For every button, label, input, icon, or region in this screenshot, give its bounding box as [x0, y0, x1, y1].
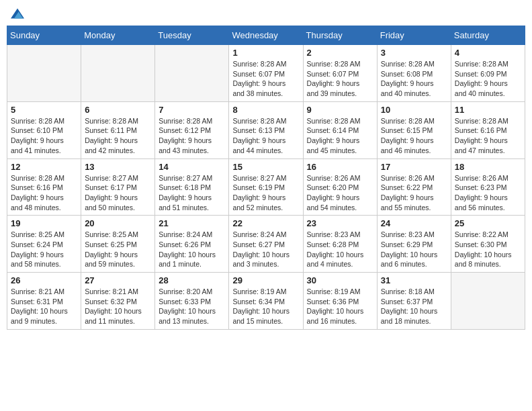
day-number: 11: [455, 105, 521, 115]
day-number: 22: [232, 218, 299, 228]
day-number: 6: [85, 105, 151, 115]
day-number: 26: [11, 275, 77, 285]
day-info: Sunrise: 8:24 AM Sunset: 6:26 PM Dayligh…: [159, 230, 225, 269]
day-number: 16: [307, 162, 373, 172]
calendar-cell: 10Sunrise: 8:28 AM Sunset: 6:15 PM Dayli…: [377, 101, 451, 158]
calendar-cell: 9Sunrise: 8:28 AM Sunset: 6:14 PM Daylig…: [303, 101, 377, 158]
column-header-saturday: Saturday: [451, 26, 525, 45]
day-info: Sunrise: 8:28 AM Sunset: 6:07 PM Dayligh…: [307, 59, 373, 99]
calendar-cell: 23Sunrise: 8:23 AM Sunset: 6:28 PM Dayli…: [303, 216, 377, 273]
day-info: Sunrise: 8:25 AM Sunset: 6:24 PM Dayligh…: [11, 230, 77, 269]
calendar-cell: 31Sunrise: 8:18 AM Sunset: 6:37 PM Dayli…: [377, 273, 451, 330]
column-header-sunday: Sunday: [7, 26, 81, 45]
day-info: Sunrise: 8:27 AM Sunset: 6:17 PM Dayligh…: [85, 173, 151, 213]
day-info: Sunrise: 8:28 AM Sunset: 6:15 PM Dayligh…: [381, 116, 447, 156]
calendar-cell: 14Sunrise: 8:27 AM Sunset: 6:18 PM Dayli…: [155, 158, 229, 216]
calendar-cell: 8Sunrise: 8:28 AM Sunset: 6:13 PM Daylig…: [229, 101, 303, 158]
day-number: 3: [381, 48, 447, 58]
calendar-cell: 15Sunrise: 8:27 AM Sunset: 6:19 PM Dayli…: [229, 158, 303, 216]
day-number: 24: [381, 218, 447, 228]
calendar-cell: 28Sunrise: 8:20 AM Sunset: 6:33 PM Dayli…: [155, 273, 229, 330]
calendar-cell: 4Sunrise: 8:28 AM Sunset: 6:09 PM Daylig…: [451, 45, 525, 102]
calendar-cell: 16Sunrise: 8:26 AM Sunset: 6:20 PM Dayli…: [303, 158, 377, 216]
day-info: Sunrise: 8:28 AM Sunset: 6:11 PM Dayligh…: [85, 116, 151, 156]
day-number: 27: [85, 275, 151, 285]
day-info: Sunrise: 8:19 AM Sunset: 6:34 PM Dayligh…: [232, 287, 299, 326]
day-info: Sunrise: 8:27 AM Sunset: 6:19 PM Dayligh…: [232, 173, 299, 213]
day-info: Sunrise: 8:27 AM Sunset: 6:18 PM Dayligh…: [159, 173, 225, 213]
day-info: Sunrise: 8:21 AM Sunset: 6:32 PM Dayligh…: [85, 287, 151, 326]
day-number: 2: [307, 48, 373, 58]
calendar-week-row: 12Sunrise: 8:28 AM Sunset: 6:16 PM Dayli…: [7, 158, 525, 216]
calendar-table: SundayMondayTuesdayWednesdayThursdayFrid…: [7, 26, 525, 330]
day-number: 19: [11, 218, 77, 228]
day-info: Sunrise: 8:26 AM Sunset: 6:23 PM Dayligh…: [455, 173, 521, 213]
calendar-week-row: 1Sunrise: 8:28 AM Sunset: 6:07 PM Daylig…: [7, 45, 525, 102]
calendar-header-row: SundayMondayTuesdayWednesdayThursdayFrid…: [7, 26, 525, 45]
calendar-cell: 2Sunrise: 8:28 AM Sunset: 6:07 PM Daylig…: [303, 45, 377, 102]
day-info: Sunrise: 8:25 AM Sunset: 6:25 PM Dayligh…: [85, 230, 151, 269]
day-info: Sunrise: 8:28 AM Sunset: 6:08 PM Dayligh…: [381, 59, 447, 99]
calendar-cell: 7Sunrise: 8:28 AM Sunset: 6:12 PM Daylig…: [155, 101, 229, 158]
logo: [9, 7, 24, 20]
day-number: 30: [307, 275, 373, 285]
day-info: Sunrise: 8:28 AM Sunset: 6:12 PM Dayligh…: [159, 116, 225, 156]
calendar-cell: 17Sunrise: 8:26 AM Sunset: 6:22 PM Dayli…: [377, 158, 451, 216]
logo-icon: [11, 7, 24, 20]
day-number: 15: [232, 162, 299, 172]
calendar-cell: 12Sunrise: 8:28 AM Sunset: 6:16 PM Dayli…: [7, 158, 81, 216]
page-header: [7, 7, 525, 20]
column-header-monday: Monday: [81, 26, 155, 45]
day-info: Sunrise: 8:22 AM Sunset: 6:30 PM Dayligh…: [455, 230, 521, 269]
day-number: 17: [381, 162, 447, 172]
calendar-cell: 22Sunrise: 8:24 AM Sunset: 6:27 PM Dayli…: [229, 216, 303, 273]
day-info: Sunrise: 8:23 AM Sunset: 6:28 PM Dayligh…: [307, 230, 373, 269]
day-info: Sunrise: 8:28 AM Sunset: 6:13 PM Dayligh…: [232, 116, 299, 156]
calendar-cell: 5Sunrise: 8:28 AM Sunset: 6:10 PM Daylig…: [7, 101, 81, 158]
day-info: Sunrise: 8:21 AM Sunset: 6:31 PM Dayligh…: [11, 287, 77, 326]
day-number: 10: [381, 105, 447, 115]
day-info: Sunrise: 8:18 AM Sunset: 6:37 PM Dayligh…: [381, 287, 447, 326]
day-number: 14: [159, 162, 225, 172]
day-info: Sunrise: 8:23 AM Sunset: 6:29 PM Dayligh…: [381, 230, 447, 269]
calendar-cell: 29Sunrise: 8:19 AM Sunset: 6:34 PM Dayli…: [229, 273, 303, 330]
calendar-cell: 6Sunrise: 8:28 AM Sunset: 6:11 PM Daylig…: [81, 101, 155, 158]
calendar-cell: 18Sunrise: 8:26 AM Sunset: 6:23 PM Dayli…: [451, 158, 525, 216]
day-number: 18: [455, 162, 521, 172]
day-info: Sunrise: 8:28 AM Sunset: 6:10 PM Dayligh…: [11, 116, 77, 156]
column-header-thursday: Thursday: [303, 26, 377, 45]
day-number: 29: [232, 275, 299, 285]
day-number: 31: [381, 275, 447, 285]
day-number: 12: [11, 162, 77, 172]
calendar-cell: 24Sunrise: 8:23 AM Sunset: 6:29 PM Dayli…: [377, 216, 451, 273]
calendar-cell: 19Sunrise: 8:25 AM Sunset: 6:24 PM Dayli…: [7, 216, 81, 273]
column-header-friday: Friday: [377, 26, 451, 45]
calendar-cell: 30Sunrise: 8:19 AM Sunset: 6:36 PM Dayli…: [303, 273, 377, 330]
day-number: 23: [307, 218, 373, 228]
calendar-cell: 11Sunrise: 8:28 AM Sunset: 6:16 PM Dayli…: [451, 101, 525, 158]
calendar-cell: 1Sunrise: 8:28 AM Sunset: 6:07 PM Daylig…: [229, 45, 303, 102]
calendar-cell: [451, 273, 525, 330]
day-info: Sunrise: 8:20 AM Sunset: 6:33 PM Dayligh…: [159, 287, 225, 326]
day-number: 1: [232, 48, 299, 58]
day-number: 7: [159, 105, 225, 115]
calendar-week-row: 5Sunrise: 8:28 AM Sunset: 6:10 PM Daylig…: [7, 101, 525, 158]
column-header-tuesday: Tuesday: [155, 26, 229, 45]
day-info: Sunrise: 8:26 AM Sunset: 6:22 PM Dayligh…: [381, 173, 447, 213]
calendar-cell: 3Sunrise: 8:28 AM Sunset: 6:08 PM Daylig…: [377, 45, 451, 102]
calendar-cell: [155, 45, 229, 102]
day-info: Sunrise: 8:24 AM Sunset: 6:27 PM Dayligh…: [232, 230, 299, 269]
calendar-cell: 27Sunrise: 8:21 AM Sunset: 6:32 PM Dayli…: [81, 273, 155, 330]
day-number: 8: [232, 105, 299, 115]
day-number: 28: [159, 275, 225, 285]
calendar-cell: [81, 45, 155, 102]
day-info: Sunrise: 8:28 AM Sunset: 6:16 PM Dayligh…: [455, 116, 521, 156]
calendar-cell: 26Sunrise: 8:21 AM Sunset: 6:31 PM Dayli…: [7, 273, 81, 330]
day-number: 21: [159, 218, 225, 228]
day-info: Sunrise: 8:28 AM Sunset: 6:16 PM Dayligh…: [11, 173, 77, 213]
calendar-cell: 21Sunrise: 8:24 AM Sunset: 6:26 PM Dayli…: [155, 216, 229, 273]
calendar-cell: 25Sunrise: 8:22 AM Sunset: 6:30 PM Dayli…: [451, 216, 525, 273]
day-number: 13: [85, 162, 151, 172]
calendar-week-row: 19Sunrise: 8:25 AM Sunset: 6:24 PM Dayli…: [7, 216, 525, 273]
day-info: Sunrise: 8:28 AM Sunset: 6:07 PM Dayligh…: [232, 59, 299, 99]
